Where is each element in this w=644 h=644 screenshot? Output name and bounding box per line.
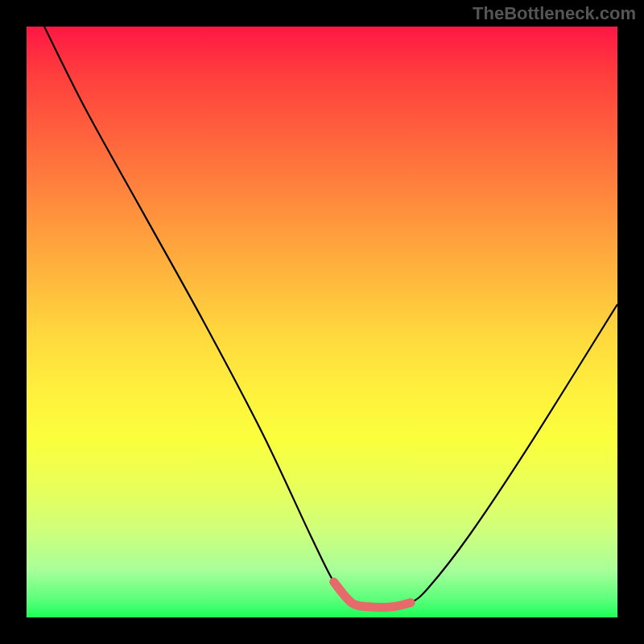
- plot-gradient-area: [27, 27, 617, 617]
- highlight-segment-path: [334, 582, 411, 607]
- chart-svg: [27, 27, 617, 617]
- watermark-text: TheBottleneck.com: [473, 3, 636, 24]
- bottleneck-curve-path: [44, 27, 617, 607]
